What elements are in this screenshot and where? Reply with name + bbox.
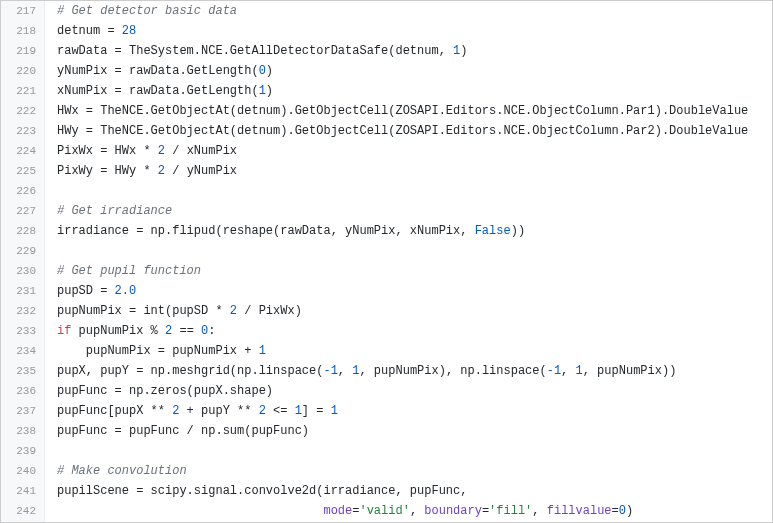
line-number: 232 xyxy=(1,301,36,321)
line-number: 228 xyxy=(1,221,36,241)
code-line[interactable]: pupNumPix = int(pupSD * 2 / PixWx) xyxy=(57,301,772,321)
code-line[interactable]: yNumPix = rawData.GetLength(0) xyxy=(57,61,772,81)
line-number: 240 xyxy=(1,461,36,481)
code-line[interactable]: # Make convolution xyxy=(57,461,772,481)
code-line[interactable] xyxy=(57,181,772,201)
line-number: 229 xyxy=(1,241,36,261)
line-number: 239 xyxy=(1,441,36,461)
line-number: 233 xyxy=(1,321,36,341)
code-viewer: 2172182192202212222232242252262272282292… xyxy=(1,1,772,522)
code-line[interactable]: if pupNumPix % 2 == 0: xyxy=(57,321,772,341)
line-number: 227 xyxy=(1,201,36,221)
line-number: 217 xyxy=(1,1,36,21)
line-number: 235 xyxy=(1,361,36,381)
code-line[interactable]: PixWy = HWy * 2 / yNumPix xyxy=(57,161,772,181)
code-line[interactable]: HWy = TheNCE.GetObjectAt(detnum).GetObje… xyxy=(57,121,772,141)
code-line[interactable]: pupFunc = pupFunc / np.sum(pupFunc) xyxy=(57,421,772,441)
line-number: 224 xyxy=(1,141,36,161)
line-number: 230 xyxy=(1,261,36,281)
code-line[interactable]: detnum = 28 xyxy=(57,21,772,41)
code-line[interactable]: # Get irradiance xyxy=(57,201,772,221)
code-line[interactable]: irradiance = np.flipud(reshape(rawData, … xyxy=(57,221,772,241)
code-line[interactable]: pupX, pupY = np.meshgrid(np.linspace(-1,… xyxy=(57,361,772,381)
line-number: 234 xyxy=(1,341,36,361)
line-number-gutter: 2172182192202212222232242252262272282292… xyxy=(1,1,45,522)
line-number: 220 xyxy=(1,61,36,81)
line-number: 231 xyxy=(1,281,36,301)
code-line[interactable]: xNumPix = rawData.GetLength(1) xyxy=(57,81,772,101)
line-number: 218 xyxy=(1,21,36,41)
code-line[interactable]: # Get detector basic data xyxy=(57,1,772,21)
line-number: 219 xyxy=(1,41,36,61)
code-line[interactable]: pupNumPix = pupNumPix + 1 xyxy=(57,341,772,361)
code-line[interactable]: pupilScene = scipy.signal.convolve2d(irr… xyxy=(57,481,772,501)
line-number: 241 xyxy=(1,481,36,501)
code-line[interactable]: PixWx = HWx * 2 / xNumPix xyxy=(57,141,772,161)
code-line[interactable] xyxy=(57,241,772,261)
code-line[interactable]: HWx = TheNCE.GetObjectAt(detnum).GetObje… xyxy=(57,101,772,121)
code-line[interactable]: rawData = TheSystem.NCE.GetAllDetectorDa… xyxy=(57,41,772,61)
line-number: 225 xyxy=(1,161,36,181)
code-line[interactable]: pupFunc = np.zeros(pupX.shape) xyxy=(57,381,772,401)
line-number: 236 xyxy=(1,381,36,401)
code-content[interactable]: # Get detector basic datadetnum = 28rawD… xyxy=(45,1,772,522)
line-number: 242 xyxy=(1,501,36,521)
line-number: 223 xyxy=(1,121,36,141)
code-line[interactable] xyxy=(57,441,772,461)
code-line[interactable]: # Get pupil function xyxy=(57,261,772,281)
line-number: 221 xyxy=(1,81,36,101)
line-number: 226 xyxy=(1,181,36,201)
code-line[interactable]: pupSD = 2.0 xyxy=(57,281,772,301)
line-number: 222 xyxy=(1,101,36,121)
code-line[interactable]: pupFunc[pupX ** 2 + pupY ** 2 <= 1] = 1 xyxy=(57,401,772,421)
code-line[interactable]: mode='valid', boundary='fill', fillvalue… xyxy=(57,501,772,521)
line-number: 238 xyxy=(1,421,36,441)
line-number: 237 xyxy=(1,401,36,421)
